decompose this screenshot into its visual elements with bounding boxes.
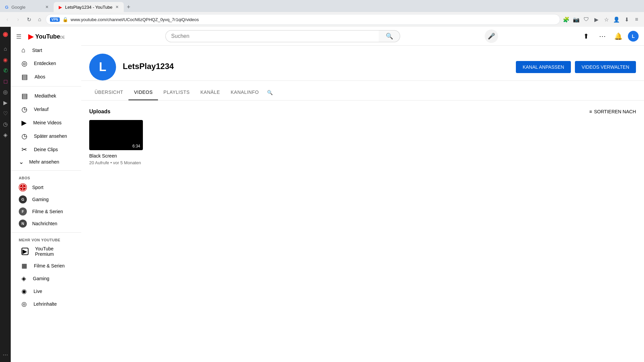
video-thumbnail: 6:34 [89,120,143,150]
tab-kanale[interactable]: KANÄLE [195,85,225,100]
notifications-icon[interactable]: 🔔 [612,29,625,43]
reload-button[interactable]: ↻ [24,15,34,24]
forward-button[interactable]: › [13,15,23,24]
tab-google[interactable]: G Google ✕ [0,2,54,12]
mehr-ansehen-button[interactable]: ⌄ Mehr ansehen [11,156,81,168]
new-tab-button[interactable]: + [124,2,133,12]
yt-logo-icon: ▶ [28,32,34,41]
search-input[interactable] [165,30,379,42]
sidebar-item-spaeter-ansehen[interactable]: ◷ Später ansehen [13,129,78,143]
opera-sidebar-clock[interactable]: ◷ [1,119,10,129]
screenshot-button[interactable]: 📷 [572,15,581,24]
opera-sidebar-location[interactable]: ◎ [1,87,10,97]
tab-search[interactable]: 🔍 [264,85,275,100]
url-text: www.youtube.com/channel/UCocN6zQPHQZ_0yv… [71,17,556,22]
sidebar-item-yt-filme[interactable]: ▦ Filme & Serien [13,259,78,272]
sidebar-item-verlauf[interactable]: ◷ Verlauf [13,103,78,116]
header-right: ⬆ ⋯ 🔔 L [580,29,639,43]
videos-verwalten-button[interactable]: VIDEOS VERWALTEN [575,61,636,73]
sidebar-item-abos[interactable]: ▤ Abos [13,70,78,83]
sidebar-item-meine-videos[interactable]: ▶ Meine Videos [13,116,78,129]
kanal-anpassen-button[interactable]: KANAL ANPASSEN [516,61,571,73]
channel-avatar: L [89,54,116,80]
opera-sidebar-video[interactable]: ▶ [1,98,10,107]
video-card[interactable]: 6:34 Black Screen 20 Aufrufe • vor 5 Mon… [89,120,143,165]
sort-icon: ≡ [589,109,592,114]
extensions-button[interactable]: 🧩 [561,15,571,24]
opera-sidebar-alert[interactable]: ◈ [1,130,10,139]
verlauf-label: Verlauf [34,107,49,112]
clips-label: Deine Clips [34,147,58,152]
bookmark-button[interactable]: ☆ [602,15,611,24]
tab-youtube-close[interactable]: ✕ [114,4,120,10]
search-button[interactable]: 🔍 [379,30,400,42]
tab-google-close[interactable]: ✕ [44,4,50,10]
start-label: Start [32,48,42,53]
tab-kanalinfo[interactable]: KANALINFO [225,85,264,100]
yt-premium-icon: ▶ [21,248,29,255]
opera-sidebar-heart[interactable]: ♡ [1,109,10,118]
uploads-title: Uploads [89,109,110,115]
yt-logo[interactable]: ▶ YouTube DE [28,32,65,41]
channel-container: L LetsPlay1234 KANAL ANPASSEN VIDEOS VER… [81,46,644,173]
sub-label-gaming: Gaming [32,197,49,202]
back-button[interactable]: ‹ [3,15,12,24]
yt-sidebar-header: ☰ ▶ YouTube DE [11,29,81,44]
spaeter-icon: ◷ [21,132,27,140]
spaeter-label: Später ansehen [34,133,67,139]
upload-icon[interactable]: ⬆ [580,29,593,43]
voice-search-button[interactable]: 🎤 [485,29,498,43]
video-age: vor 5 Monaten [113,160,141,165]
browser-tabs-bar: G Google ✕ ▶ LetsPlay1234 - YouTube ✕ + [0,0,644,12]
sub-avatar-gaming: G [19,195,27,203]
sidebar-item-entdecken[interactable]: ◎ Entdecken [13,57,78,70]
yt-main: 🔍 🎤 ⬆ ⋯ 🔔 L L LetsPlay1234 [81,27,644,362]
sidebar-item-yt-gaming[interactable]: ◈ Gaming [13,272,78,285]
meine-videos-icon: ▶ [21,119,26,127]
tab-youtube[interactable]: ▶ LetsPlay1234 - YouTube ✕ [54,2,124,12]
tab-ubersicht[interactable]: ÜBERSICHT [89,85,128,100]
opera-sidebar-instagram[interactable]: ◻ [1,76,10,86]
video-duration: 6:34 [131,143,142,149]
opera-sidebar-whatsapp[interactable]: ✆ [1,66,10,75]
verlauf-icon: ◷ [21,105,27,113]
yt-filme-icon: ▦ [21,262,27,269]
opera-sidebar-dots[interactable]: ⋯ [1,350,10,359]
opera-sidebar-logo[interactable]: ◉ [1,29,10,39]
yt-header: 🔍 🎤 ⬆ ⋯ 🔔 L [81,27,644,46]
sidebar-item-mediathek[interactable]: ▤ Mediathek [13,89,78,103]
sub-item-sport[interactable]: Sport [11,181,81,193]
sidebar-item-deine-clips[interactable]: ✂ Deine Clips [13,143,78,156]
sidebar-item-yt-lehrinhalte[interactable]: ◎ Lehrinhalte [13,298,78,310]
tab-videos[interactable]: VIDEOS [128,85,158,100]
sub-item-gaming[interactable]: G Gaming [11,193,81,205]
meine-videos-label: Meine Videos [33,120,62,125]
yt-logo-text: YouTube [35,33,60,40]
sidebar-item-yt-premium[interactable]: ▶ YouTube Premium [13,243,78,259]
browser-toolbar: ‹ › ↻ ⌂ VPN 🔒 www.youtube.com/channel/UC… [0,12,644,27]
sort-button[interactable]: ≡ SORTIEREN NACH [589,109,636,114]
hamburger-menu[interactable]: ☰ [16,33,21,40]
sidebar-item-yt-live[interactable]: ◉ Live [13,285,78,298]
tab-playlists[interactable]: PLAYLISTS [158,85,195,100]
download-button[interactable]: ⬇ [622,15,631,24]
home-button[interactable]: ⌂ [35,15,44,24]
tab-google-label: Google [11,5,25,10]
apps-icon[interactable]: ⋯ [596,29,609,43]
mehr-ansehen-label: Mehr ansehen [29,159,59,165]
opera-sidebar-news[interactable]: ◉ [1,55,10,64]
sub-avatar-sport [19,183,27,191]
video-title: Black Screen [89,153,143,159]
sidebar-item-start[interactable]: ⌂ Start [13,44,78,57]
opera-sidebar-home[interactable]: ⌂ [1,44,10,54]
sub-item-nachrichten[interactable]: N Nachrichten [11,218,81,230]
divider-3 [11,232,81,233]
vpn-button[interactable]: 🛡 [582,15,591,24]
address-bar[interactable]: VPN 🔒 www.youtube.com/channel/UCocN6zQPH… [46,14,560,25]
profile-button[interactable]: 👤 [612,15,621,24]
media-button[interactable]: ▶ [592,15,601,24]
user-avatar[interactable]: L [628,31,639,42]
sub-item-filme-serien[interactable]: F Filme & Serien [11,205,81,218]
menu-button[interactable]: ≡ [632,15,641,24]
entdecken-icon: ◎ [21,59,27,67]
